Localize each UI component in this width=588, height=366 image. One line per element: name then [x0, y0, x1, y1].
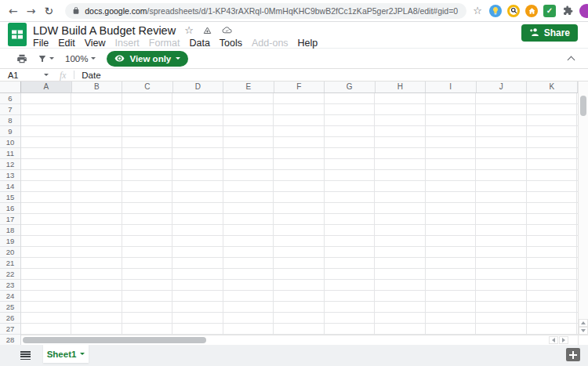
spreadsheet-grid: ABCDEFGHIJK 6789101112131415161718192021… [0, 82, 588, 345]
name-box-value: A1 [8, 71, 18, 80]
column-header-G[interactable]: G [325, 82, 376, 92]
filter-dropdown-caret[interactable] [49, 57, 54, 60]
column-header-I[interactable]: I [426, 82, 477, 92]
url-bar[interactable]: docs.google.com/spreadsheets/d/1-KP43rAX… [65, 3, 466, 19]
formula-bar-divider [74, 71, 74, 79]
column-header-C[interactable]: C [122, 82, 173, 92]
vertical-scrollbar-thumb[interactable] [580, 96, 586, 116]
row-header-9[interactable]: 9 [0, 126, 20, 137]
reload-icon[interactable]: ↻ [44, 5, 53, 16]
home-extension-icon[interactable] [525, 5, 538, 17]
back-icon[interactable]: ← [9, 5, 18, 16]
row-header-19[interactable]: 19 [0, 236, 20, 247]
name-box[interactable]: A1 [0, 71, 49, 80]
horizontal-scrollbar-thumb[interactable] [23, 337, 206, 343]
scroll-down-button[interactable] [579, 327, 588, 335]
vertical-scrollbar[interactable] [578, 82, 588, 335]
document-title[interactable]: LDW Build A Budget Review [33, 24, 176, 37]
menu-edit[interactable]: Edit [53, 38, 80, 49]
menu-view[interactable]: View [80, 38, 111, 49]
profile-avatar[interactable] [579, 4, 588, 18]
row-header-12[interactable]: 12 [0, 159, 20, 170]
column-header-J[interactable]: J [477, 82, 528, 92]
url-path: /spreadsheets/d/1-KP43rAXRql-0MmHqKHC9bw… [147, 6, 459, 16]
url-text: docs.google.com/spreadsheets/d/1-KP43rAX… [85, 6, 458, 16]
row-header-25[interactable]: 25 [0, 302, 20, 313]
scroll-up-button[interactable] [579, 319, 588, 327]
sheet-tab-caret[interactable] [80, 353, 85, 355]
print-icon[interactable] [16, 53, 27, 64]
column-header-F[interactable]: F [274, 82, 325, 92]
column-header-D[interactable]: D [173, 82, 224, 92]
menu-file[interactable]: File [28, 38, 53, 49]
formula-bar: A1 fx Date [0, 69, 588, 82]
collapse-toolbar-icon[interactable] [568, 57, 575, 63]
row-header-7[interactable]: 7 [0, 104, 20, 115]
row-header-16[interactable]: 16 [0, 203, 20, 214]
sheet-tab-bar: Sheet1 [0, 345, 588, 366]
column-header-A[interactable]: A [21, 82, 72, 92]
column-header-H[interactable]: H [376, 82, 426, 92]
fx-icon: fx [60, 71, 66, 80]
lightbulb-extension-icon[interactable] [489, 5, 502, 17]
add-to-drive-icon[interactable] [202, 26, 212, 35]
row-header-14[interactable]: 14 [0, 181, 20, 192]
zoom-dropdown-caret [91, 57, 96, 60]
explore-button[interactable] [566, 348, 580, 361]
toolbar: 100% View only [0, 49, 588, 69]
extensions-puzzle-icon[interactable] [561, 5, 574, 17]
padlock-icon [72, 6, 80, 15]
formula-input[interactable]: Date [82, 71, 100, 80]
bookmark-star-icon[interactable]: ☆ [473, 5, 482, 16]
row-header-10[interactable]: 10 [0, 137, 20, 148]
row-header-18[interactable]: 18 [0, 225, 20, 236]
title-row: LDW Build A Budget Review ☆ [33, 24, 233, 37]
row-header-20[interactable]: 20 [0, 247, 20, 258]
star-document-icon[interactable]: ☆ [184, 25, 194, 35]
sheets-logo-icon[interactable] [8, 23, 27, 46]
column-header-E[interactable]: E [223, 82, 274, 92]
scrollbar-corner [578, 335, 588, 345]
row-header-24[interactable]: 24 [0, 291, 20, 302]
menu-bar: FileEditViewInsertFormatDataToolsAdd-ons… [28, 37, 322, 49]
scroll-right-button[interactable] [559, 336, 568, 344]
all-sheets-menu-icon[interactable] [20, 351, 31, 360]
zoom-select[interactable]: 100% [65, 54, 96, 63]
horizontal-scrollbar[interactable] [21, 335, 578, 345]
document-status-cloud-icon [221, 26, 233, 34]
column-header-B[interactable]: B [72, 82, 123, 92]
menu-data[interactable]: Data [184, 38, 214, 49]
forward-icon[interactable]: → [27, 5, 36, 16]
row-header-13[interactable]: 13 [0, 170, 20, 181]
menu-help[interactable]: Help [293, 38, 323, 49]
row-header-11[interactable]: 11 [0, 148, 20, 159]
plus-icon [572, 351, 574, 359]
row-header-21[interactable]: 21 [0, 258, 20, 269]
view-only-button[interactable]: View only [107, 51, 188, 67]
magnifier-extension-icon[interactable] [507, 5, 520, 17]
scroll-left-button[interactable] [549, 336, 558, 344]
row-header-27[interactable]: 27 [0, 324, 20, 335]
menu-tools[interactable]: Tools [215, 38, 247, 49]
extension-icons: ✓ [489, 4, 588, 18]
row-header-28[interactable]: 28 [0, 335, 20, 345]
row-header-26[interactable]: 26 [0, 313, 20, 324]
cells-area[interactable] [21, 93, 578, 345]
share-button[interactable]: Share [521, 24, 578, 42]
filter-icon[interactable] [38, 54, 54, 63]
sheet-tab-label: Sheet1 [47, 350, 77, 359]
row-header-22[interactable]: 22 [0, 269, 20, 280]
check-extension-icon[interactable]: ✓ [543, 5, 556, 17]
row-header-23[interactable]: 23 [0, 280, 20, 291]
view-only-dropdown-caret [176, 57, 180, 60]
row-header-17[interactable]: 17 [0, 214, 20, 225]
column-header-K[interactable]: K [527, 82, 578, 92]
select-all-corner[interactable] [0, 82, 21, 92]
row-headers: 6789101112131415161718192021222324252627… [0, 93, 21, 345]
row-header-15[interactable]: 15 [0, 192, 20, 203]
share-button-label: Share [544, 27, 570, 38]
menu-format: Format [144, 38, 185, 49]
sheet-tab-sheet1[interactable]: Sheet1 [43, 345, 89, 363]
row-header-6[interactable]: 6 [0, 93, 20, 104]
row-header-8[interactable]: 8 [0, 115, 20, 126]
